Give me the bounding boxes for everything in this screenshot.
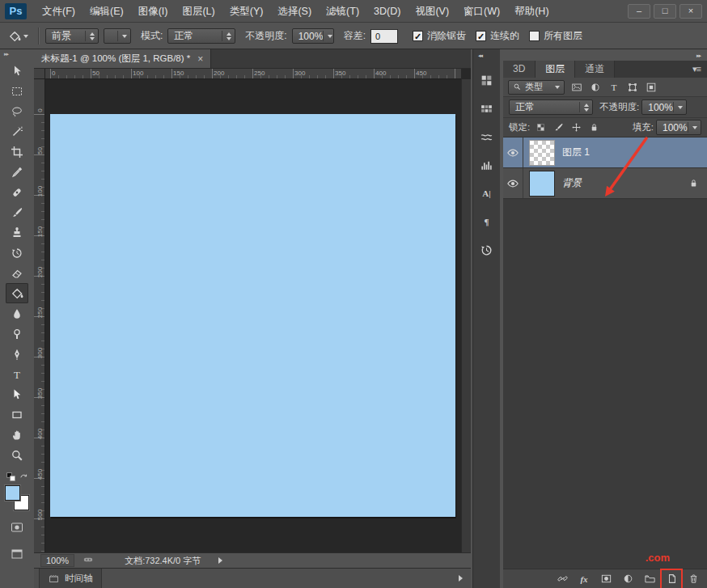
histogram-panel-icon[interactable] xyxy=(476,154,497,176)
pen-tool[interactable] xyxy=(6,344,28,364)
path-selection-tool[interactable] xyxy=(6,384,28,404)
shape-filter-icon[interactable] xyxy=(624,80,640,94)
option-checkbox[interactable]: ✓连续的 xyxy=(476,29,519,43)
minimize-button[interactable]: – xyxy=(628,4,650,19)
crop-tool[interactable] xyxy=(6,142,28,162)
actions-panel-icon[interactable] xyxy=(476,126,497,147)
history-brush-tool[interactable] xyxy=(6,243,28,263)
add-mask-button[interactable] xyxy=(596,570,616,588)
menu-item[interactable]: 编辑(E) xyxy=(83,0,131,23)
lock-all-button[interactable] xyxy=(587,121,601,134)
tab-3d[interactable]: 3D xyxy=(503,61,536,78)
eraser-tool[interactable] xyxy=(6,263,28,283)
close-button[interactable]: × xyxy=(679,4,702,19)
layer-style-button[interactable]: fx xyxy=(574,570,594,588)
filter-type-select[interactable]: 类型 xyxy=(508,80,565,95)
screen-mode-button[interactable] xyxy=(6,544,28,564)
marquee-tool[interactable] xyxy=(6,81,28,101)
status-scrub-icon[interactable] xyxy=(81,555,95,566)
type-filter-icon[interactable] xyxy=(606,80,621,94)
pixel-filter-icon[interactable] xyxy=(569,80,584,94)
eyedropper-tool[interactable] xyxy=(6,162,28,182)
expand-panels-button[interactable] xyxy=(473,49,500,62)
opacity-select[interactable]: 100% xyxy=(292,28,334,44)
panel-opacity-select[interactable]: 100% xyxy=(641,99,687,115)
zoom-level-field[interactable]: 100% xyxy=(40,554,74,567)
brush-tool[interactable] xyxy=(6,202,28,222)
layer-row[interactable]: 图层 1 xyxy=(503,137,707,168)
smart-object-filter-icon[interactable] xyxy=(643,80,658,94)
magic-wand-tool[interactable] xyxy=(6,121,28,142)
layer-row[interactable]: 背景 xyxy=(503,168,707,199)
paragraph-panel-icon[interactable]: ¶ xyxy=(476,211,497,232)
menu-item[interactable]: 视图(V) xyxy=(408,0,456,23)
adjustment-filter-icon[interactable] xyxy=(587,80,603,94)
collapse-panels-button[interactable] xyxy=(696,53,701,59)
vertical-scrollbar[interactable] xyxy=(461,79,471,552)
layer-thumbnail[interactable] xyxy=(529,140,555,166)
menu-item[interactable]: 窗口(W) xyxy=(456,0,507,23)
checkbox-box[interactable] xyxy=(529,31,540,41)
menu-item[interactable]: 类型(Y) xyxy=(222,0,271,23)
fill-select[interactable]: 100% xyxy=(656,120,701,135)
move-tool[interactable] xyxy=(6,61,28,81)
visibility-toggle[interactable] xyxy=(503,137,523,167)
dodge-tool[interactable] xyxy=(6,324,28,344)
blend-mode-select[interactable]: 正常 xyxy=(509,99,593,115)
delete-layer-button[interactable] xyxy=(684,570,703,588)
status-menu-arrow[interactable] xyxy=(218,557,222,564)
color-panel-icon[interactable] xyxy=(476,70,497,91)
tool-preset-picker[interactable] xyxy=(5,28,32,44)
panel-menu-button[interactable] xyxy=(686,61,707,78)
tab-layers[interactable]: 图层 xyxy=(536,61,575,78)
new-layer-button[interactable] xyxy=(662,570,681,588)
lock-transparency-button[interactable] xyxy=(534,121,548,134)
history-panel-icon[interactable] xyxy=(476,239,497,260)
checkbox-box[interactable]: ✓ xyxy=(413,31,423,41)
healing-brush-tool[interactable] xyxy=(6,182,28,202)
menu-item[interactable]: 图像(I) xyxy=(131,0,176,23)
swap-colors-icon[interactable] xyxy=(19,472,29,482)
lock-pixels-button[interactable] xyxy=(552,121,565,134)
visibility-toggle[interactable] xyxy=(503,168,523,198)
blur-tool[interactable] xyxy=(6,303,28,324)
menu-item[interactable]: 滤镜(T) xyxy=(319,0,366,23)
toolbar-collapse-button[interactable] xyxy=(0,49,34,61)
menu-item[interactable]: 3D(D) xyxy=(366,0,408,23)
canvas[interactable] xyxy=(50,114,455,517)
swatches-panel-icon[interactable] xyxy=(476,98,497,119)
new-group-button[interactable] xyxy=(640,570,659,588)
paint-bucket-tool[interactable] xyxy=(6,283,28,303)
checkbox-box[interactable]: ✓ xyxy=(476,31,486,41)
timeline-expand-arrow[interactable] xyxy=(459,575,466,582)
quick-mask-button[interactable] xyxy=(6,517,28,537)
clone-stamp-tool[interactable] xyxy=(6,222,28,243)
link-layers-button[interactable] xyxy=(552,570,572,588)
mode-select[interactable]: 正常 xyxy=(167,28,235,44)
foreground-color-swatch[interactable] xyxy=(5,485,20,501)
option-checkbox[interactable]: ✓消除锯齿 xyxy=(413,29,466,43)
fill-source-select[interactable]: 前景 xyxy=(45,28,99,44)
adjustment-layer-button[interactable] xyxy=(618,570,637,588)
maximize-button[interactable]: □ xyxy=(654,4,676,19)
character-panel-icon[interactable]: A| xyxy=(476,183,497,204)
tab-channels[interactable]: 通道 xyxy=(575,61,615,78)
close-icon[interactable] xyxy=(197,53,203,65)
lock-position-button[interactable] xyxy=(569,121,583,134)
layer-thumbnail[interactable] xyxy=(529,171,555,197)
type-tool[interactable] xyxy=(6,364,28,384)
zoom-tool[interactable] xyxy=(6,445,28,465)
menu-item[interactable]: 图层(L) xyxy=(175,0,222,23)
lasso-tool[interactable] xyxy=(6,101,28,121)
menu-item[interactable]: 文件(F) xyxy=(35,0,83,23)
document-tab[interactable]: 未标题-1 @ 100% (图层 1, RGB/8) * xyxy=(34,49,211,68)
pattern-picker[interactable] xyxy=(104,28,131,44)
menu-item[interactable]: 选择(S) xyxy=(270,0,319,23)
default-colors-icon[interactable] xyxy=(6,472,16,482)
rectangle-tool[interactable] xyxy=(6,404,28,425)
option-checkbox[interactable]: 所有图层 xyxy=(529,29,582,43)
tolerance-input[interactable]: 0 xyxy=(370,29,398,44)
menu-item[interactable]: 帮助(H) xyxy=(507,0,556,23)
timeline-tab[interactable]: 时间轴 xyxy=(39,569,102,588)
hand-tool[interactable] xyxy=(6,425,28,445)
